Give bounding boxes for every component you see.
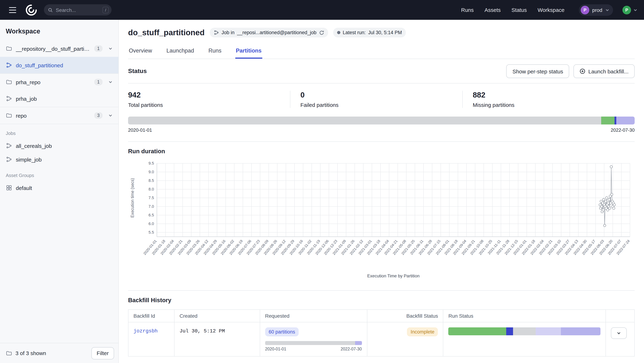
folder-icon	[6, 45, 12, 52]
column-header-actions	[606, 310, 634, 322]
deployment-avatar: P	[581, 6, 589, 14]
job-icon	[6, 95, 12, 102]
folder-icon	[6, 350, 12, 356]
show-per-step-status-button[interactable]: Show per-step status	[506, 64, 569, 78]
stat-value: 0	[300, 91, 462, 99]
plus-circle-icon	[580, 68, 586, 74]
dagster-logo-icon	[25, 4, 38, 16]
chart-svg: 5.56.06.57.07.58.08.59.09.52020-01-01202…	[128, 156, 636, 280]
requested-start-date: 2020-01-01	[265, 347, 286, 351]
tab-runs[interactable]: Runs	[208, 44, 222, 59]
filter-button[interactable]: Filter	[91, 347, 114, 359]
main-content: do_stuff_partitioned Job in __reposi...a…	[119, 20, 644, 363]
stat-failed-partitions: 0Failed partitions	[290, 91, 462, 108]
sidebar-item-label: do_stuff_partitioned	[16, 62, 115, 68]
tabs: OverviewLaunchpadRunsPartitions	[128, 44, 635, 59]
page-header: do_stuff_partitioned Job in __reposi...a…	[128, 20, 635, 38]
page-title: do_stuff_partitioned	[128, 28, 204, 37]
job-icon	[214, 30, 219, 35]
chevron-down-icon[interactable]	[106, 113, 115, 118]
job-origin-prefix: Job in	[222, 30, 234, 35]
count-badge: 1	[94, 79, 102, 85]
count-badge: 3	[94, 112, 102, 119]
column-header-requested: Requested	[260, 310, 367, 322]
dagster-logo[interactable]	[24, 2, 39, 18]
search-icon	[48, 8, 53, 12]
svg-text:9.5: 9.5	[148, 161, 154, 166]
sidebar-item-simple-job[interactable]: simple_job	[0, 152, 118, 166]
run-duration-section: Run duration 5.56.06.57.07.58.08.59.09.5…	[128, 142, 635, 282]
search-input[interactable]	[56, 7, 100, 13]
stat-value: 882	[473, 91, 635, 99]
reload-icon[interactable]	[319, 30, 324, 35]
sidebar-footer: 3 of 3 shown Filter	[0, 343, 118, 363]
row-expand-button[interactable]	[611, 328, 627, 339]
sidebar-item-default[interactable]: default	[0, 181, 118, 195]
backfill-history-section: Backfill History Backfill IdCreatedReque…	[128, 290, 635, 356]
svg-text:9.0: 9.0	[148, 170, 154, 174]
bar-segment	[616, 116, 635, 124]
nav-link-status[interactable]: Status	[512, 7, 527, 13]
run-status-bar[interactable]	[448, 328, 600, 335]
requested-partitions-chip[interactable]: 60 partitions	[265, 328, 299, 336]
column-header-backfill-status: Backfill Status	[367, 310, 443, 322]
bar-segment	[265, 341, 355, 345]
sidebar-item-all-cereals-job[interactable]: all_cereals_job	[0, 139, 118, 152]
sidebar-item-label: all_cereals_job	[16, 143, 115, 149]
backfill-id-link[interactable]: jozrgsbh	[134, 328, 158, 334]
nav-link-runs[interactable]: Runs	[461, 7, 474, 13]
run-duration-title: Run duration	[128, 148, 635, 155]
stat-label: Total partitions	[128, 102, 290, 108]
sidebar-item-prha-repo[interactable]: prha_repo1	[0, 74, 118, 90]
backfill-table-body: jozrgsbh Jul 30, 5:12 PM 60 partitions 2…	[128, 322, 634, 356]
partition-stats: 942Total partitions0Failed partitions882…	[128, 84, 635, 114]
job-origin-link[interactable]: __reposi...artitioned@partitioned_job	[237, 30, 316, 35]
sidebar-item-label: repo	[16, 112, 91, 118]
top-nav: / RunsAssetsStatusWorkspace P prod P	[0, 0, 644, 20]
bar-segment	[355, 341, 362, 345]
backfill-status-badge: Incomplete	[407, 328, 438, 336]
sidebar-item-label: __repository__do_stuff_partitio...	[16, 46, 91, 52]
backfill-table: Backfill IdCreatedRequestedBackfill Stat…	[128, 310, 635, 356]
sidebar-item-label: simple_job	[16, 156, 115, 162]
search-box[interactable]: /	[44, 4, 112, 16]
requested-partition-dates: 2020-01-01 2022-07-30	[265, 347, 362, 351]
sidebar-items: __repository__do_stuff_partitio...1do_st…	[0, 40, 118, 124]
deployment-switcher[interactable]: P prod	[579, 4, 613, 16]
chevron-down-icon[interactable]	[106, 46, 115, 51]
launch-backfill-button[interactable]: Launch backfill...	[574, 64, 635, 78]
tab-overview[interactable]: Overview	[128, 44, 153, 59]
job-icon	[6, 156, 12, 162]
partition-status-bar[interactable]	[128, 116, 635, 124]
backfill-table-header-row: Backfill IdCreatedRequestedBackfill Stat…	[128, 310, 634, 322]
menu-button[interactable]	[6, 4, 19, 16]
sidebar-item-do-stuff-partitioned[interactable]: do_stuff_partitioned	[0, 57, 118, 74]
nav-link-assets[interactable]: Assets	[484, 7, 501, 13]
folder-icon	[6, 79, 12, 85]
chevron-down-icon	[605, 8, 610, 12]
bar-segment	[448, 328, 506, 335]
sidebar-item-repo[interactable]: repo3	[0, 107, 118, 124]
launch-backfill-label: Launch backfill...	[588, 68, 628, 74]
sidebar-item-repository-do-stuff-partitio[interactable]: __repository__do_stuff_partitio...1	[0, 40, 118, 57]
svg-text:7.5: 7.5	[148, 196, 154, 200]
repos-shown-count: 3 of 3 shown	[16, 350, 46, 356]
latest-run-tag: Latest run: Jul 30, 5:14 PM	[333, 28, 406, 38]
user-menu[interactable]: P	[622, 6, 638, 14]
partition-range-end: 2022-07-30	[611, 127, 635, 133]
run-duration-chart: 5.56.06.57.07.58.08.59.09.52020-01-01202…	[128, 156, 635, 282]
sidebar-group: __repository__do_stuff_partitio...1do_st…	[0, 40, 118, 74]
sidebar-item-prha-job[interactable]: prha_job	[0, 90, 118, 107]
column-header-backfill-id: Backfill Id	[128, 310, 174, 322]
backfill-created: Jul 30, 5:12 PM	[180, 328, 225, 334]
tab-partitions[interactable]: Partitions	[235, 44, 262, 59]
tab-launchpad[interactable]: Launchpad	[166, 44, 195, 59]
column-header-created: Created	[174, 310, 260, 322]
svg-text:5.5: 5.5	[148, 230, 154, 234]
nav-link-workspace[interactable]: Workspace	[538, 7, 564, 13]
sidebar-group: repo3	[0, 107, 118, 124]
latest-run-link[interactable]: Jul 30, 5:14 PM	[368, 30, 402, 35]
chevron-down-icon[interactable]	[106, 80, 115, 84]
svg-text:Execution time (secs): Execution time (secs)	[130, 178, 135, 218]
svg-text:8.5: 8.5	[148, 178, 154, 183]
